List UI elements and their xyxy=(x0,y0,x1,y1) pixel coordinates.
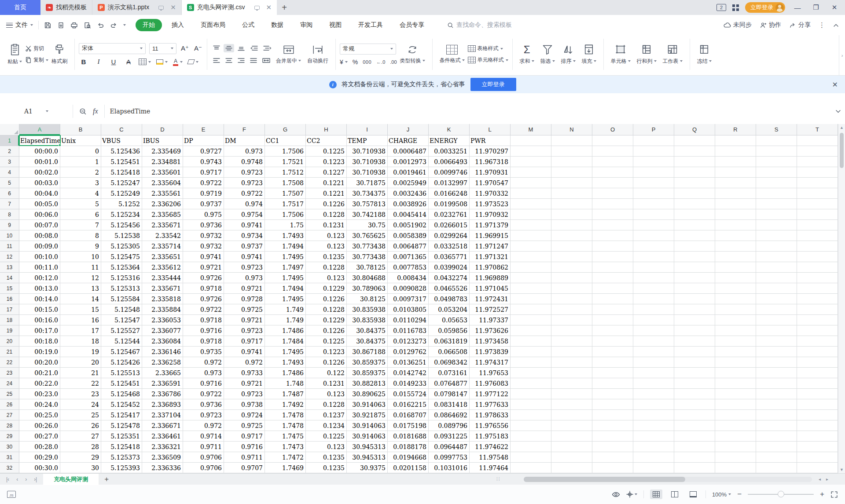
cell-C26[interactable]: 5.125452 xyxy=(101,399,142,410)
cell-M26[interactable] xyxy=(511,399,551,410)
cell-L5[interactable]: 11.970547 xyxy=(470,178,511,188)
cell-N18[interactable] xyxy=(551,315,592,325)
cell-D15[interactable]: 2.335671 xyxy=(142,283,183,294)
cell-C10[interactable]: 5.12538 xyxy=(101,230,142,241)
cell-I8[interactable]: 30.742188 xyxy=(347,209,388,220)
cell-B10[interactable]: 8 xyxy=(60,230,101,241)
cell-S16[interactable] xyxy=(756,294,797,304)
cell-J15[interactable]: 0.0090828 xyxy=(388,283,429,294)
cell-Q2[interactable] xyxy=(674,146,715,157)
cell-I4[interactable]: 30.710938 xyxy=(347,167,388,178)
cell-R8[interactable] xyxy=(715,209,756,220)
cell-S31[interactable] xyxy=(756,452,797,463)
cell-G10[interactable]: 1.7493 xyxy=(265,230,306,241)
cell-R17[interactable] xyxy=(715,304,756,315)
borders-button[interactable] xyxy=(139,58,151,65)
cell-K1[interactable]: ENERGY xyxy=(429,135,470,146)
cell-H25[interactable]: 0.123 xyxy=(306,389,347,399)
cell-N19[interactable] xyxy=(551,325,592,336)
cell-Q8[interactable] xyxy=(674,209,715,220)
fullscreen-icon[interactable] xyxy=(830,491,838,498)
cell-T21[interactable] xyxy=(797,347,838,357)
cell-J23[interactable]: 0.0142742 xyxy=(388,368,429,378)
cell-M6[interactable] xyxy=(511,188,551,199)
cell-L1[interactable]: PWR xyxy=(470,135,511,146)
menu-tab-5[interactable]: 审阅 xyxy=(293,19,320,31)
cell-H28[interactable]: 0.1234 xyxy=(306,420,347,431)
cell-A2[interactable]: 00:00.0 xyxy=(19,146,60,157)
cell-N25[interactable] xyxy=(551,389,592,399)
cell-O2[interactable] xyxy=(592,146,633,157)
cell-F1[interactable]: DM xyxy=(224,135,265,146)
scrollbar-drag-handle[interactable]: ⁞⁞ xyxy=(496,477,501,482)
eye-protect-icon[interactable] xyxy=(612,491,620,498)
cell-I13[interactable]: 30.78125 xyxy=(347,262,388,273)
currency-format-button[interactable]: ¥ xyxy=(340,58,348,66)
cell-H17[interactable]: 0.1228 xyxy=(306,304,347,315)
cell-H26[interactable]: 0.1228 xyxy=(306,399,347,410)
select-all-corner[interactable] xyxy=(0,124,19,135)
cell-T8[interactable] xyxy=(797,209,838,220)
cell-D26[interactable]: 2.336893 xyxy=(142,399,183,410)
cell-B15[interactable]: 13 xyxy=(60,283,101,294)
cell-I18[interactable]: 30.835938 xyxy=(347,315,388,325)
cell-D32[interactable]: 2.336336 xyxy=(142,463,183,473)
cell-O13[interactable] xyxy=(592,262,633,273)
cell-Q24[interactable] xyxy=(674,378,715,389)
cell-R16[interactable] xyxy=(715,294,756,304)
cell-Q17[interactable] xyxy=(674,304,715,315)
cell-T19[interactable] xyxy=(797,325,838,336)
cell-I2[interactable]: 30.710938 xyxy=(347,146,388,157)
cell-P16[interactable] xyxy=(633,294,674,304)
cell-M19[interactable] xyxy=(511,325,551,336)
cell-D22[interactable]: 2.336258 xyxy=(142,357,183,368)
cell-R29[interactable] xyxy=(715,431,756,442)
cell-R10[interactable] xyxy=(715,230,756,241)
cell-J30[interactable]: 0.0188178 xyxy=(388,442,429,452)
cell-E1[interactable]: DP xyxy=(183,135,224,146)
cell-L27[interactable]: 11.978633 xyxy=(470,410,511,420)
cell-A22[interactable]: 00:20.0 xyxy=(19,357,60,368)
cell-K6[interactable]: 0.0166248 xyxy=(429,188,470,199)
cell-N28[interactable] xyxy=(551,420,592,431)
cell-H15[interactable]: 0.1229 xyxy=(306,283,347,294)
prev-sheet-icon[interactable]: ‹ xyxy=(16,476,18,482)
cell-O18[interactable] xyxy=(592,315,633,325)
cell-F31[interactable]: 0.9711 xyxy=(224,452,265,463)
percent-format-button[interactable]: % xyxy=(353,58,358,66)
cell-N9[interactable] xyxy=(551,220,592,230)
cell-A18[interactable]: 00:16.0 xyxy=(19,315,60,325)
cell-P2[interactable] xyxy=(633,146,674,157)
toolbar-expand-button[interactable]: › xyxy=(839,35,845,75)
tab-close-icon[interactable]: ✕ xyxy=(266,4,272,11)
cell-M14[interactable] xyxy=(511,273,551,283)
cell-L13[interactable]: 11.970862 xyxy=(470,262,511,273)
cell-A13[interactable]: 00:11.0 xyxy=(19,262,60,273)
cell-P18[interactable] xyxy=(633,315,674,325)
format-painter-button[interactable]: 格式刷 xyxy=(48,44,70,65)
cell-R11[interactable] xyxy=(715,241,756,252)
cell-H6[interactable]: 0.1221 xyxy=(306,188,347,199)
cell-Q5[interactable] xyxy=(674,178,715,188)
cell-A20[interactable]: 00:18.0 xyxy=(19,336,60,347)
cell-E20[interactable]: 0.9718 xyxy=(183,336,224,347)
cell-A10[interactable]: 00:08.0 xyxy=(19,230,60,241)
cell-Q25[interactable] xyxy=(674,389,715,399)
cell-S15[interactable] xyxy=(756,283,797,294)
cell-F10[interactable]: 0.9734 xyxy=(224,230,265,241)
cell-S5[interactable] xyxy=(756,178,797,188)
menu-tab-7[interactable]: 开发工具 xyxy=(351,19,390,31)
collaborate-button[interactable]: 协作 xyxy=(760,21,781,29)
scroll-left-icon[interactable]: ◂ xyxy=(819,477,821,482)
cell-I7[interactable]: 30.757813 xyxy=(347,199,388,209)
column-header-R[interactable]: R xyxy=(715,124,756,135)
align-right-button[interactable] xyxy=(236,56,246,65)
cell-A6[interactable]: 00:04.0 xyxy=(19,188,60,199)
cell-I12[interactable]: 30.773438 xyxy=(347,252,388,262)
cell-M31[interactable] xyxy=(511,452,551,463)
undo-button[interactable] xyxy=(97,22,104,29)
cell-S30[interactable] xyxy=(756,442,797,452)
cell-S8[interactable] xyxy=(756,209,797,220)
cell-R24[interactable] xyxy=(715,378,756,389)
cell-D20[interactable]: 2.336084 xyxy=(142,336,183,347)
